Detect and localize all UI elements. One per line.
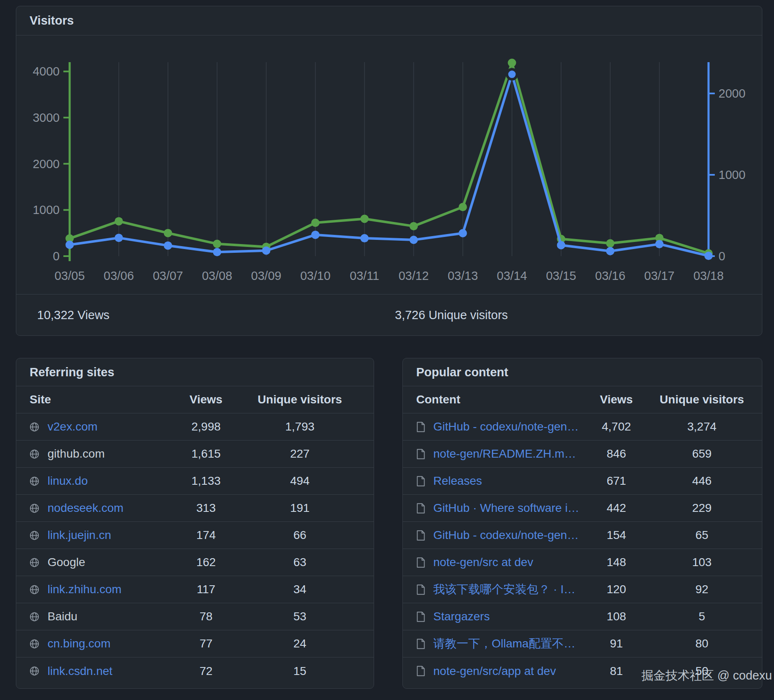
data-point-unique-visitors[interactable]: [65, 241, 74, 249]
item-link[interactable]: cn.bing.com: [48, 637, 111, 650]
name-cell: nodeseek.com: [16, 501, 164, 515]
item-link[interactable]: note-gen/README.ZH.md at dev: [433, 447, 581, 461]
file-icon: [415, 611, 426, 622]
item-link[interactable]: link.juejin.cn: [48, 529, 111, 542]
data-point-unique-visitors[interactable]: [164, 242, 172, 250]
right-axis-tick-label: 0: [719, 249, 725, 263]
data-point-unique-visitors[interactable]: [311, 231, 319, 239]
data-point-unique-visitors[interactable]: [606, 247, 614, 255]
item-label: github.com: [48, 447, 105, 461]
popular-content-row: GitHub · Where software is built442229: [403, 495, 762, 522]
data-point-views[interactable]: [311, 219, 319, 227]
item-link[interactable]: Releases: [433, 474, 482, 488]
file-icon: [415, 421, 426, 433]
right-axis-tick-label: 2000: [719, 87, 746, 100]
name-cell: GitHub - codexu/note-gen: 一...: [403, 419, 581, 435]
data-point-unique-visitors[interactable]: [557, 241, 565, 249]
left-axis-tick-label: 4000: [33, 65, 60, 78]
views-value: 671: [581, 474, 652, 488]
column-header-unique-visitors: Unique visitors: [248, 393, 352, 406]
views-value: 117: [164, 583, 248, 596]
right-axis-tick-label: 1000: [719, 168, 746, 181]
item-link[interactable]: Stargazers: [433, 610, 490, 623]
item-link[interactable]: 我该下载哪个安装包？ · Issue #91: [433, 582, 581, 597]
unique-visitors-value: 92: [652, 583, 752, 596]
visitors-panel-header: Visitors: [16, 6, 762, 35]
data-point-views[interactable]: [508, 59, 516, 67]
file-icon: [415, 448, 426, 460]
data-point-views[interactable]: [213, 240, 221, 248]
data-point-unique-visitors[interactable]: [213, 248, 221, 256]
views-value: 1,615: [164, 447, 248, 461]
item-label: Google: [48, 556, 85, 569]
data-point-views[interactable]: [115, 217, 123, 225]
file-icon: [415, 476, 426, 487]
name-cell: cn.bing.com: [16, 637, 164, 650]
data-point-views[interactable]: [410, 222, 418, 230]
popular-content-row: GitHub - codexu/note-gen: 一...4,7023,274: [403, 413, 762, 441]
left-axis-tick-label: 3000: [33, 111, 60, 124]
name-cell: 我该下载哪个安装包？ · Issue #91: [403, 582, 581, 597]
visitors-panel: Visitors 0100020003000400001000200003/05…: [16, 6, 762, 336]
item-link[interactable]: GitHub - codexu/note-gen: 一...: [433, 419, 581, 435]
data-point-views[interactable]: [360, 215, 369, 223]
data-point-unique-visitors[interactable]: [115, 234, 123, 242]
item-link[interactable]: v2ex.com: [48, 420, 98, 433]
item-link[interactable]: GitHub · Where software is built: [433, 501, 581, 515]
name-cell: Releases: [403, 474, 581, 488]
unique-visitors-value: 80: [652, 637, 752, 650]
globe-icon: [29, 448, 40, 460]
globe-icon: [29, 530, 40, 541]
item-link[interactable]: 请教一下，Ollama配置不上，必...: [433, 636, 581, 652]
name-cell: note-gen/src at dev: [403, 556, 581, 569]
item-link[interactable]: link.csdn.net: [48, 665, 113, 678]
x-axis-label: 03/11: [350, 269, 379, 282]
x-axis-label: 03/10: [300, 269, 331, 282]
file-icon: [415, 584, 426, 595]
referring-site-row: Google16263: [16, 549, 374, 576]
unique-visitors-value: 103: [652, 556, 752, 569]
referring-site-row: github.com1,615227: [16, 441, 374, 468]
unique-visitors-value: 53: [248, 610, 352, 623]
unique-visitors-value: 65: [652, 529, 752, 542]
name-cell: linux.do: [16, 474, 164, 488]
name-cell: github.com: [16, 447, 164, 461]
unique-visitors-value: 191: [248, 501, 352, 515]
column-header-views: Views: [164, 393, 248, 406]
item-link[interactable]: nodeseek.com: [48, 501, 123, 515]
name-cell: Google: [16, 556, 164, 569]
unique-visitors-value: 66: [248, 529, 352, 542]
item-link[interactable]: linux.do: [48, 474, 88, 488]
column-header-content: Content: [403, 393, 581, 406]
item-link[interactable]: note-gen/src/app at dev: [433, 665, 556, 678]
data-point-views[interactable]: [164, 229, 172, 237]
referring-site-row: cn.bing.com7724: [16, 630, 374, 657]
data-point-unique-visitors[interactable]: [655, 240, 663, 248]
data-point-unique-visitors[interactable]: [262, 247, 270, 255]
views-value: 78: [164, 610, 248, 623]
referring-site-row: nodeseek.com313191: [16, 495, 374, 522]
referring-site-row: link.zhihu.com11734: [16, 576, 374, 603]
left-axis-tick-label: 1000: [33, 203, 60, 217]
data-point-views[interactable]: [606, 239, 614, 247]
x-axis-label: 03/13: [447, 269, 478, 282]
views-value: 120: [581, 583, 652, 596]
data-point-views[interactable]: [459, 203, 467, 211]
views-value: 108: [581, 610, 652, 623]
x-axis-label: 03/16: [595, 269, 626, 282]
item-link[interactable]: link.zhihu.com: [48, 583, 121, 596]
name-cell: 请教一下，Ollama配置不上，必...: [403, 636, 581, 652]
data-point-unique-visitors[interactable]: [360, 234, 369, 242]
data-point-unique-visitors[interactable]: [410, 236, 418, 244]
views-value: 174: [164, 529, 248, 542]
item-link[interactable]: note-gen/src at dev: [433, 556, 533, 569]
globe-icon: [29, 665, 40, 677]
data-point-unique-visitors[interactable]: [459, 229, 467, 237]
data-point-unique-visitors[interactable]: [704, 252, 713, 260]
data-point-unique-visitors[interactable]: [507, 69, 517, 79]
file-icon: [415, 503, 426, 514]
referring-sites-header: Site Views Unique visitors: [16, 386, 374, 413]
views-value: 313: [164, 501, 248, 515]
name-cell: note-gen/src/app at dev: [403, 665, 581, 678]
item-link[interactable]: GitHub - codexu/note-gen: 一...: [433, 527, 581, 543]
